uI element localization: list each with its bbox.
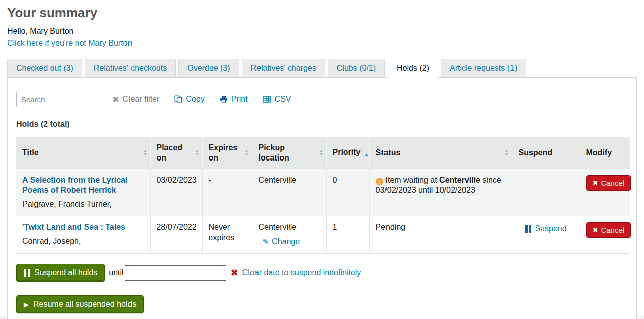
cell-pickup-location: Centerville ✎ Change	[252, 216, 326, 253]
hold-title-link[interactable]: 'Twixt Land and Sea : Tales	[22, 222, 125, 233]
sort-icon: ▲▼	[143, 150, 147, 156]
copy-button[interactable]: Copy	[174, 95, 204, 104]
cell-suspend	[512, 169, 580, 216]
column-header-modify: Modify	[580, 137, 630, 169]
cell-placed-on: 03/02/2023	[150, 169, 202, 216]
tab-holds[interactable]: Holds (2)	[388, 59, 438, 78]
hold-title-link[interactable]: A Selection from the Lyrical Poems of Ro…	[22, 175, 144, 196]
sort-icon: ▲▼	[319, 150, 323, 156]
cell-expires-on: Never expires	[202, 216, 252, 253]
greeting-text: Hello, Mary Burton	[7, 27, 637, 36]
sort-asc-icon: ▲	[364, 152, 369, 157]
summary-tabs: Checked out (3) Relatives' checkouts Ove…	[7, 59, 637, 77]
column-header-suspend: Suspend	[512, 137, 580, 169]
suspend-all-controls: Suspend all holds until ✖ Clear date to …	[16, 264, 628, 282]
column-header-expires-on[interactable]: Expires on ▲▼	[202, 137, 252, 169]
tab-clubs[interactable]: Clubs (0/1)	[328, 59, 385, 78]
resume-all-controls: ▶ Resume all suspended holds	[16, 295, 628, 313]
cell-modify: ✖ Cancel	[580, 169, 630, 216]
suspend-all-holds-button[interactable]: Suspend all holds	[16, 264, 105, 282]
page-title: Your summary	[7, 6, 637, 20]
hold-author: Palgrave, Francis Turner,	[22, 199, 144, 210]
cancel-hold-button[interactable]: ✖ Cancel	[586, 222, 631, 238]
resume-all-suspended-holds-button[interactable]: ▶ Resume all suspended holds	[16, 295, 144, 313]
clear-filter-button[interactable]: ✖ Clear filter	[112, 95, 159, 104]
search-input[interactable]	[16, 92, 104, 107]
print-icon	[220, 95, 228, 103]
cell-pickup-location: Centerville	[252, 169, 326, 216]
tab-checked-out[interactable]: Checked out (3)	[7, 59, 82, 78]
clear-filter-x-icon: ✖	[112, 95, 119, 104]
column-header-status[interactable]: Status ▲▼	[369, 137, 512, 169]
hold-author: Conrad, Joseph,	[22, 236, 144, 247]
holds-count-heading: Holds (2 total)	[16, 120, 628, 129]
holds-table-row: A Selection from the Lyrical Poems of Ro…	[16, 169, 630, 216]
suspend-until-date-input[interactable]	[125, 265, 226, 281]
holds-table: Title ▲▼ Placed on ▲▼ Expires on ▲▼ Pick…	[16, 137, 630, 254]
cell-modify: ✖ Cancel	[580, 216, 630, 253]
tab-relatives-charges[interactable]: Relatives' charges	[242, 59, 325, 78]
tab-relatives-checkouts[interactable]: Relatives' checkouts	[85, 59, 176, 78]
tab-article-requests[interactable]: Article requests (1)	[441, 59, 526, 78]
csv-table-icon	[263, 95, 271, 103]
csv-button[interactable]: CSV	[263, 95, 291, 104]
column-header-pickup-location[interactable]: Pickup location ▲▼	[252, 137, 326, 169]
clear-filter-label: Clear filter	[122, 95, 159, 104]
holds-panel: ✖ Clear filter Copy Print CSV Holds (2 t…	[7, 77, 637, 319]
cell-priority: 1	[326, 216, 369, 253]
pause-icon	[24, 269, 30, 277]
copy-label: Copy	[186, 95, 204, 104]
cell-title: A Selection from the Lyrical Poems of Ro…	[16, 169, 150, 216]
print-button[interactable]: Print	[220, 95, 248, 104]
cell-status: !Item waiting at Centerville since 03/02…	[369, 169, 512, 216]
cancel-x-icon: ✖	[593, 179, 598, 187]
column-header-priority[interactable]: Priority▲	[326, 137, 369, 169]
not-you-link[interactable]: Click here if you're not Mary Burton	[7, 39, 132, 48]
pencil-icon: ✎	[263, 237, 269, 247]
holds-table-header-row: Title ▲▼ Placed on ▲▼ Expires on ▲▼ Pick…	[16, 137, 630, 169]
change-pickup-link[interactable]: ✎ Change	[263, 237, 300, 247]
cell-title: 'Twixt Land and Sea : Tales Conrad, Jose…	[16, 216, 150, 253]
copy-icon	[174, 95, 182, 103]
cell-status: Pending	[369, 216, 512, 253]
until-label: until	[109, 268, 123, 277]
play-icon: ▶	[24, 301, 29, 308]
cell-placed-on: 28/07/2022	[150, 216, 202, 253]
holds-table-row: 'Twixt Land and Sea : Tales Conrad, Jose…	[16, 216, 630, 253]
column-header-title[interactable]: Title ▲▼	[16, 137, 150, 169]
warning-icon: !	[376, 178, 383, 185]
table-toolbar: ✖ Clear filter Copy Print CSV	[16, 92, 628, 107]
print-label: Print	[231, 95, 248, 104]
sort-icon: ▲▼	[195, 150, 199, 156]
clear-date-x-icon[interactable]: ✖	[231, 267, 238, 278]
cell-expires-on: -	[202, 169, 252, 216]
page: Your summary Hello, Mary Burton Click he…	[0, 6, 644, 319]
suspend-hold-link[interactable]: Suspend	[525, 224, 566, 234]
pause-icon	[525, 225, 531, 233]
clear-date-link[interactable]: Clear date to suspend indefinitely	[242, 268, 361, 277]
csv-label: CSV	[275, 95, 291, 104]
cancel-hold-button[interactable]: ✖ Cancel	[586, 175, 631, 191]
tab-overdue[interactable]: Overdue (3)	[178, 59, 239, 78]
sort-icon: ▲▼	[505, 150, 509, 156]
cell-priority: 0	[326, 169, 369, 216]
cancel-x-icon: ✖	[593, 226, 598, 234]
cell-suspend: Suspend	[512, 216, 580, 253]
column-header-placed-on[interactable]: Placed on ▲▼	[150, 137, 202, 169]
sort-icon: ▲▼	[245, 150, 249, 156]
